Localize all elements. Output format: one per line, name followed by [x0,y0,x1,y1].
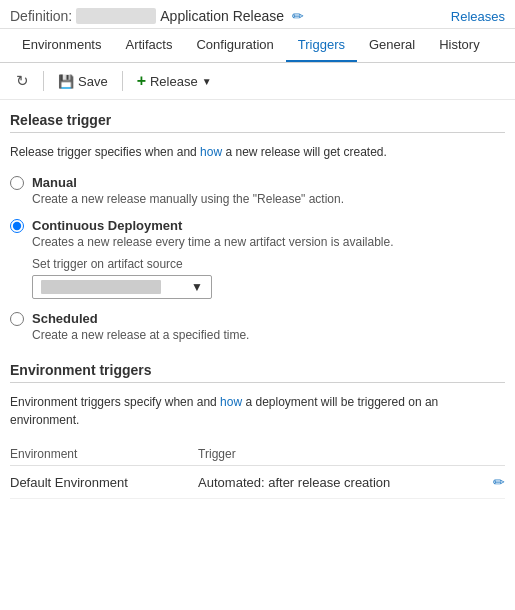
page-content: Release trigger Release trigger specifie… [0,100,515,531]
release-trigger-title: Release trigger [10,112,505,128]
trigger-table-header-row: Environment Trigger [10,443,505,466]
desc-text-2: a new release will get created. [222,145,387,159]
tab-environments[interactable]: Environments [10,29,113,62]
save-label: Save [78,74,108,89]
select-dropdown-icon: ▼ [191,280,203,294]
refresh-button[interactable]: ↻ [10,69,35,93]
env-name-cell: Default Environment [10,466,198,499]
releases-link[interactable]: Releases [451,9,505,24]
desc-link-how: how [200,145,222,159]
edit-icon[interactable]: ✏ [292,8,304,24]
desc-text-1: Release trigger specifies when and [10,145,200,159]
env-section-divider [10,382,505,383]
radio-scheduled[interactable] [10,312,24,326]
tab-artifacts[interactable]: Artifacts [113,29,184,62]
artifact-select-value-redacted [41,280,161,294]
radio-row-scheduled: Scheduled [10,311,505,326]
environment-triggers-section: Environment triggers Environment trigger… [10,362,505,499]
radio-option-scheduled: Scheduled Create a new release at a spec… [10,311,505,342]
trigger-table-body: Default Environment Automated: after rel… [10,466,505,499]
toolbar-divider [43,71,44,91]
col-header-action [446,443,505,466]
env-desc-text-1: Environment triggers specify when and [10,395,220,409]
save-button[interactable]: 💾 Save [52,71,114,92]
table-row: Default Environment Automated: after rel… [10,466,505,499]
radio-scheduled-label: Scheduled [32,311,98,326]
artifact-source-container: Set trigger on artifact source ▼ [32,257,505,299]
release-label: Release [150,74,198,89]
toolbar: ↻ 💾 Save + Release ▼ [0,63,515,100]
edit-trigger-icon[interactable]: ✏ [493,474,505,490]
app-name-redacted [76,8,156,24]
nav-tabs: Environments Artifacts Configuration Tri… [0,29,515,63]
page-header: Definition: Application Release ✏ Releas… [0,0,515,29]
tab-general[interactable]: General [357,29,427,62]
release-trigger-section: Release trigger Release trigger specifie… [10,112,505,342]
env-triggers-description: Environment triggers specify when and ho… [10,393,505,429]
breadcrumb: Definition: Application Release ✏ [10,8,304,24]
radio-option-manual: Manual Create a new release manually usi… [10,175,505,206]
release-button[interactable]: + Release ▼ [131,69,218,93]
radio-continuous-desc: Creates a new release every time a new a… [32,235,505,249]
tab-configuration[interactable]: Configuration [184,29,285,62]
artifact-source-label: Set trigger on artifact source [32,257,505,271]
radio-continuous-label: Continuous Deployment [32,218,182,233]
tab-history[interactable]: History [427,29,491,62]
radio-manual-label: Manual [32,175,77,190]
radio-manual-desc: Create a new release manually using the … [32,192,505,206]
col-header-environment: Environment [10,443,198,466]
section-divider [10,132,505,133]
save-icon: 💾 [58,74,74,89]
tab-triggers[interactable]: Triggers [286,29,357,62]
toolbar-divider-2 [122,71,123,91]
release-trigger-description: Release trigger specifies when and how a… [10,143,505,161]
release-title-label: Application Release [160,8,284,24]
chevron-down-icon: ▼ [202,76,212,87]
radio-row-manual: Manual [10,175,505,190]
trigger-radio-group: Manual Create a new release manually usi… [10,175,505,342]
plus-icon: + [137,72,146,90]
radio-option-continuous: Continuous Deployment Creates a new rele… [10,218,505,299]
trigger-action-cell: ✏ [446,466,505,499]
env-triggers-title: Environment triggers [10,362,505,378]
env-name-value: Default Environment [10,475,128,490]
artifact-source-select[interactable]: ▼ [32,275,212,299]
radio-manual[interactable] [10,176,24,190]
definition-label: Definition: [10,8,72,24]
trigger-table-head: Environment Trigger [10,443,505,466]
radio-row-continuous: Continuous Deployment [10,218,505,233]
env-desc-link-how: how [220,395,242,409]
trigger-table: Environment Trigger Default Environment … [10,443,505,499]
refresh-icon: ↻ [16,72,29,90]
radio-scheduled-desc: Create a new release at a specified time… [32,328,505,342]
trigger-value-cell: Automated: after release creation [198,466,446,499]
trigger-value: Automated: after release creation [198,475,390,490]
radio-continuous[interactable] [10,219,24,233]
col-header-trigger: Trigger [198,443,446,466]
